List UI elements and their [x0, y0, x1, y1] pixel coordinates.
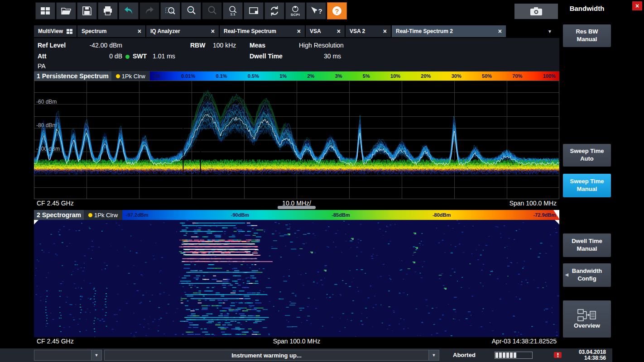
persistence-footer: CF 2.45 GHz 10.0 MHz/ Span 100.0 MHz: [34, 199, 559, 208]
save-button[interactable]: [77, 2, 97, 19]
zoom-1to1-icon: [227, 5, 239, 13]
windows-menu-icon: [39, 5, 51, 17]
tab-vsa[interactable]: VSA ×: [306, 25, 345, 37]
ref-level-value[interactable]: -42.00 dBm: [77, 42, 122, 49]
zoom-select-button[interactable]: [160, 2, 180, 19]
tab-close-icon[interactable]: ×: [334, 28, 341, 35]
print-icon: [102, 5, 114, 17]
save-icon: [81, 5, 93, 17]
tab-real-time-spectrum[interactable]: Real-Time Spectrum ×: [220, 25, 305, 37]
zoom-select-icon: [164, 5, 176, 17]
status-message: Instrument warming up...: [105, 352, 428, 359]
redo-button[interactable]: [139, 2, 159, 19]
status-source-dropdown[interactable]: ▼: [34, 350, 102, 361]
system-error-icon[interactable]: [553, 351, 562, 361]
scale-label: 1%: [279, 73, 287, 79]
scale-label: 5%: [363, 73, 370, 79]
tab-spectrum[interactable]: Spectrum ×: [77, 25, 145, 37]
print-button[interactable]: [98, 2, 118, 19]
tab-real-time-spectrum-2[interactable]: Real-Time Spectrum 2 ×: [392, 25, 506, 37]
refresh-button[interactable]: [264, 2, 284, 19]
spectrogram-window-titlebar[interactable]: 2 Spectrogram 1Pk Clrw -97.2dBm -90dBm -…: [34, 210, 559, 220]
scale-label: 0.5%: [248, 73, 259, 79]
scale-label: 0.1%: [216, 73, 227, 79]
scale-label: 50%: [482, 73, 492, 79]
chevron-down-icon[interactable]: ▼: [91, 350, 101, 360]
refresh-icon: [269, 5, 280, 17]
tab-close-icon[interactable]: ×: [208, 28, 215, 35]
window-splitter-handle[interactable]: [278, 206, 316, 209]
softkey-panel-title: Bandwidth: [562, 5, 612, 12]
zoom-icon: [185, 5, 197, 17]
scale-label: -90dBm: [231, 212, 249, 218]
rbw-label: RBW: [190, 42, 205, 49]
persistence-display[interactable]: -60 dBm -80 dBm -100 dBm: [34, 81, 559, 199]
tab-close-icon[interactable]: ×: [135, 28, 141, 35]
scale-label: 20%: [421, 73, 431, 79]
trace-1pk-clrw-chip[interactable]: 1Pk Clrw: [111, 71, 150, 81]
softkey-res-bw-manual[interactable]: Res BWManual: [563, 24, 611, 47]
zoom-ratio-label: 1:1: [230, 12, 235, 16]
undo-icon: [123, 5, 135, 16]
open-file-button[interactable]: [56, 2, 76, 19]
tab-close-icon[interactable]: ×: [380, 28, 387, 35]
softkey-bandwidth-config[interactable]: ◀ BandwidthConfig: [563, 263, 611, 287]
system-time: 14:38:56: [566, 355, 606, 361]
tab-multiview[interactable]: MultiView: [34, 25, 77, 37]
undo-button[interactable]: [119, 2, 139, 19]
softkey-sweep-time-auto[interactable]: Sweep TimeAuto: [563, 144, 611, 167]
measurement-header[interactable]: Ref Level -42.00 dBm RBW 100 kHz Meas Hi…: [34, 38, 559, 71]
tab-iq-analyzer[interactable]: IQ Analyzer ×: [146, 25, 219, 37]
focus-corner-marker: [34, 220, 38, 224]
color-scale-max-handle[interactable]: [553, 210, 559, 219]
tab-vsa-2[interactable]: VSA 2 ×: [346, 25, 391, 37]
persistence-spectrum-canvas[interactable]: [34, 81, 559, 199]
persistence-window-title: 1 Persistence Spectrum: [34, 72, 111, 80]
trace-dot-icon: [88, 213, 92, 217]
spectrogram-display[interactable]: [34, 220, 559, 337]
att-label: Att: [38, 52, 46, 60]
zoom-off-button[interactable]: [202, 2, 222, 19]
tab-close-icon[interactable]: ×: [294, 28, 301, 35]
spectrogram-canvas[interactable]: [34, 220, 559, 337]
tab-overflow-dropdown[interactable]: ▼: [543, 25, 557, 37]
scale-label: 30%: [452, 73, 461, 79]
sweep-progress-bar: [495, 352, 533, 359]
zoom-off-icon: [206, 5, 218, 17]
status-message-dropdown[interactable]: Instrument warming up... ▼: [104, 350, 439, 361]
zoom-1to1-button[interactable]: 1:1: [223, 2, 243, 19]
scpi-recorder-button[interactable]: SCPI: [285, 2, 305, 19]
select-area-button[interactable]: [244, 2, 264, 19]
sweep-state-label: Aborted: [453, 352, 476, 358]
windows-menu-button[interactable]: [35, 2, 55, 19]
softkey-dwell-time-manual[interactable]: Dwell TimeManual: [563, 233, 611, 257]
spectrogram-footer: CF 2.45 GHz Span 100.0 MHz Apr-03 14:38:…: [34, 337, 559, 346]
tab-close-icon[interactable]: ×: [495, 28, 502, 35]
trace-1pk-clrw-chip[interactable]: 1Pk Clrw: [84, 210, 122, 220]
open-file-icon: [60, 5, 72, 17]
scpi-recorder-icon: [290, 5, 300, 12]
chevron-down-icon[interactable]: ▼: [428, 350, 439, 360]
persistence-window-titlebar[interactable]: 1 Persistence Spectrum 1Pk Clrw 0% 0.01%…: [34, 71, 559, 81]
meas-value[interactable]: High Resolution: [299, 42, 344, 49]
swt-value[interactable]: 1.01 ms: [153, 52, 175, 60]
config-arrow-icon: ◀: [565, 272, 568, 278]
scale-label: 70%: [512, 73, 522, 79]
select-area-icon: [248, 5, 260, 17]
zoom-button[interactable]: [181, 2, 201, 19]
screenshot-button[interactable]: [514, 4, 558, 19]
camera-icon: [529, 6, 543, 16]
dwell-time-value[interactable]: 30 ms: [324, 52, 341, 60]
auto-indicator-icon: [125, 55, 130, 59]
context-help-button[interactable]: ?: [306, 2, 326, 19]
close-app-button[interactable]: ×: [632, 1, 642, 10]
att-value[interactable]: 0 dB: [77, 52, 122, 60]
rbw-value[interactable]: 100 kHz: [213, 42, 236, 49]
softkey-overview[interactable]: Overview: [563, 300, 611, 338]
spectrogram-color-scale: -97.2dBm -90dBm -85dBm -80dBm -72.9dBm: [122, 210, 559, 220]
help-button[interactable]: ?: [327, 2, 347, 19]
swt-label: SWT: [133, 52, 147, 60]
scale-label: -80dBm: [433, 212, 451, 218]
softkey-sweep-time-manual[interactable]: Sweep TimeManual: [563, 174, 611, 197]
persistence-color-scale: 0% 0.01% 0.1% 0.5% 1% 2% 3% 5% 10% 20% 3…: [150, 71, 559, 81]
